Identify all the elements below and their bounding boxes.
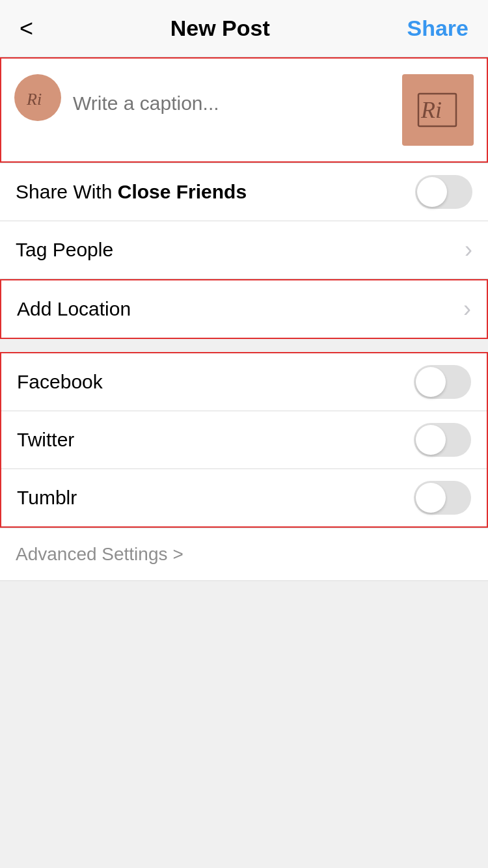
avatar: Ri (14, 74, 61, 121)
add-location-label: Add Location (17, 298, 131, 320)
tag-people-label: Tag People (16, 239, 113, 261)
post-thumbnail: Ri (402, 74, 474, 146)
facebook-toggle[interactable] (414, 365, 471, 399)
tag-people-chevron-icon: › (465, 238, 472, 262)
page-title: New Post (170, 16, 270, 41)
toggle-knob (417, 177, 447, 207)
share-button[interactable]: Share (407, 16, 468, 41)
advanced-settings-row[interactable]: Advanced Settings > (0, 528, 488, 580)
back-button[interactable]: < (20, 17, 33, 40)
share-with-close-friends-label: Share With Close Friends (16, 181, 247, 203)
section-divider (0, 339, 488, 346)
tumblr-toggle[interactable] (414, 481, 471, 515)
add-location-chevron-icon: › (463, 297, 471, 321)
tumblr-row[interactable]: Tumblr (1, 469, 487, 526)
advanced-settings-label: Advanced Settings (16, 544, 168, 565)
toggle-knob-tumblr (416, 483, 446, 513)
facebook-label: Facebook (17, 371, 103, 393)
bottom-space (0, 581, 488, 776)
toggle-knob-twitter (416, 425, 446, 455)
svg-text:Ri: Ri (26, 90, 42, 109)
caption-input[interactable] (73, 74, 392, 126)
tumblr-label: Tumblr (17, 487, 77, 509)
caption-section: Ri Ri (0, 57, 488, 163)
social-section: Facebook Twitter Tumblr (0, 352, 488, 528)
advanced-settings-chevron-icon: > (173, 544, 183, 565)
svg-text:Ri: Ri (420, 97, 442, 123)
toggle-knob-facebook (416, 367, 446, 397)
add-location-row[interactable]: Add Location › (1, 280, 487, 338)
add-location-section: Add Location › (0, 279, 488, 339)
twitter-label: Twitter (17, 429, 74, 451)
tag-people-row[interactable]: Tag People › (0, 221, 488, 278)
twitter-toggle[interactable] (414, 423, 471, 457)
twitter-row[interactable]: Twitter (1, 411, 487, 468)
close-friends-toggle[interactable] (415, 175, 472, 209)
facebook-row[interactable]: Facebook (1, 353, 487, 411)
header: < New Post Share (0, 0, 488, 57)
share-with-close-friends-row[interactable]: Share With Close Friends (0, 163, 488, 221)
